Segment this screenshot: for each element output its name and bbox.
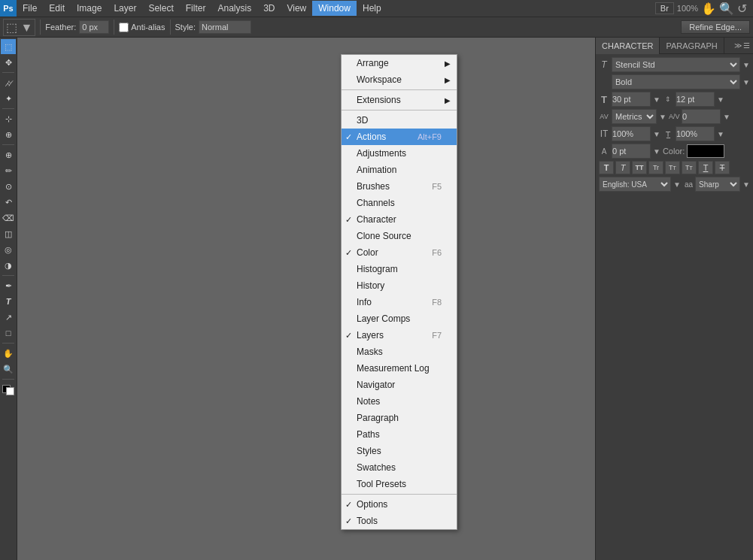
dd-styles[interactable]: Styles xyxy=(342,443,457,459)
dd-color[interactable]: Color F6 xyxy=(342,244,457,261)
style-btn-all-caps[interactable]: TT xyxy=(632,161,647,174)
rotate-tool[interactable]: ↺ xyxy=(737,2,747,16)
scale-v-input[interactable] xyxy=(612,126,651,141)
menu-image[interactable]: Image xyxy=(71,1,108,16)
style-input[interactable] xyxy=(199,20,251,34)
tracking-input[interactable] xyxy=(682,109,721,124)
font-family-select[interactable]: Stencil Std xyxy=(612,57,740,72)
zoom-tool[interactable]: 🔍 xyxy=(719,2,734,16)
tool-crop[interactable]: ⊹ xyxy=(1,111,16,126)
scale-v-icon: IT xyxy=(599,129,609,139)
tool-marquee[interactable]: ⬚ xyxy=(1,39,16,54)
baseline-input[interactable] xyxy=(612,144,651,159)
font-family-row: T Stencil Std ▼ xyxy=(599,57,750,72)
dd-animation[interactable]: Animation xyxy=(342,162,457,178)
style-buttons-row: T T TT Tr TT TT T T xyxy=(599,161,750,174)
tool-pen[interactable]: ✒ xyxy=(1,278,16,293)
feather-input[interactable] xyxy=(79,20,109,34)
tool-clone[interactable]: ⊙ xyxy=(1,179,16,194)
dd-layer-comps[interactable]: Layer Comps xyxy=(342,310,457,327)
background-color[interactable] xyxy=(6,387,14,395)
menu-help[interactable]: Help xyxy=(357,1,387,16)
dd-options[interactable]: Options xyxy=(342,496,457,513)
marquee-options[interactable]: ⬚ ▼ xyxy=(3,19,35,36)
font-size-input[interactable] xyxy=(612,92,651,107)
dd-adjustments[interactable]: Adjustments xyxy=(342,145,457,162)
menu-3d[interactable]: 3D xyxy=(257,1,281,16)
dd-tool-presets[interactable]: Tool Presets xyxy=(342,476,457,492)
dd-brushes[interactable]: Brushes F5 xyxy=(342,178,457,195)
font-style-select[interactable]: Bold xyxy=(612,74,740,89)
dd-masks[interactable]: Masks xyxy=(342,344,457,360)
style-btn-underline[interactable]: T xyxy=(698,161,713,174)
style-btn-subscript[interactable]: TT xyxy=(682,161,697,174)
tool-dodge[interactable]: ◑ xyxy=(1,258,16,273)
window-menu-dropdown[interactable]: Arrange ▶ Workspace ▶ Extensions ▶ 3D Ac xyxy=(341,54,457,530)
separator xyxy=(40,20,41,35)
tool-shape[interactable]: □ xyxy=(1,325,16,341)
bridge-button[interactable]: Br xyxy=(655,2,674,14)
dd-extensions[interactable]: Extensions ▶ xyxy=(342,92,457,108)
dd-paragraph[interactable]: Paragraph xyxy=(342,410,457,426)
antialias-method-select[interactable]: Sharp xyxy=(695,177,740,192)
dd-arrange[interactable]: Arrange ▶ xyxy=(342,55,457,71)
dd-paths[interactable]: Paths xyxy=(342,426,457,443)
color-boxes[interactable] xyxy=(2,385,14,395)
dd-measurement-log[interactable]: Measurement Log xyxy=(342,360,457,377)
dd-tools[interactable]: Tools xyxy=(342,513,457,529)
style-btn-faux-italic[interactable]: T xyxy=(615,161,630,174)
dd-swatches[interactable]: Swatches xyxy=(342,459,457,476)
dd-clone-source[interactable]: Clone Source xyxy=(342,228,457,244)
tool-magic-wand[interactable]: ✦ xyxy=(1,91,16,106)
tool-move[interactable]: ✥ xyxy=(1,55,16,70)
scale-h-input[interactable] xyxy=(676,126,715,141)
menu-edit[interactable]: Edit xyxy=(43,1,71,16)
dd-actions[interactable]: Actions Alt+F9 xyxy=(342,129,457,145)
tool-eyedropper[interactable]: ⊕ xyxy=(1,127,16,142)
dd-history[interactable]: History xyxy=(342,277,457,294)
menu-analysis[interactable]: Analysis xyxy=(211,1,257,16)
tool-text[interactable]: T xyxy=(1,294,16,309)
menu-select[interactable]: Select xyxy=(142,1,179,16)
tool-zoom[interactable]: 🔍 xyxy=(1,362,16,377)
tool-gradient[interactable]: ◫ xyxy=(1,226,16,241)
hand-tool[interactable]: ✋ xyxy=(701,2,716,16)
tool-blur[interactable]: ◎ xyxy=(1,242,16,257)
dd-3d[interactable]: 3D xyxy=(342,112,457,129)
leading-input[interactable] xyxy=(676,92,715,107)
dd-3d-label: 3D xyxy=(357,115,368,126)
dd-layers[interactable]: Layers F7 xyxy=(342,327,457,344)
style-btn-superscript[interactable]: TT xyxy=(665,161,680,174)
refine-edge-button[interactable]: Refine Edge... xyxy=(681,20,750,34)
tool-eraser[interactable]: ⌫ xyxy=(1,210,16,226)
antialias-checkbox[interactable] xyxy=(119,23,129,32)
tab-character[interactable]: CHARACTER xyxy=(596,38,660,54)
kerning-select[interactable]: Metrics xyxy=(612,109,657,124)
style-btn-faux-bold[interactable]: T xyxy=(599,161,614,174)
dd-channels[interactable]: Channels xyxy=(342,195,457,211)
tool-history-brush[interactable]: ↶ xyxy=(1,195,16,210)
dd-workspace[interactable]: Workspace ▶ xyxy=(342,71,457,88)
style-btn-strikethrough[interactable]: T xyxy=(715,161,730,174)
dd-navigator[interactable]: Navigator xyxy=(342,377,457,393)
language-select[interactable]: English: USA xyxy=(599,177,671,192)
tool-path-selection[interactable]: ↗ xyxy=(1,310,16,325)
tool-hand[interactable]: ✋ xyxy=(1,346,16,361)
dd-notes[interactable]: Notes xyxy=(342,393,457,410)
menu-view[interactable]: View xyxy=(281,1,312,16)
menu-file[interactable]: File xyxy=(17,1,43,16)
tool-heal[interactable]: ⊕ xyxy=(1,147,16,162)
antialias-checkbox-label[interactable]: Anti-alias xyxy=(119,23,165,32)
menu-filter[interactable]: Filter xyxy=(180,1,212,16)
menu-layer[interactable]: Layer xyxy=(108,1,142,16)
style-btn-small-caps[interactable]: Tr xyxy=(648,161,663,174)
dd-histogram[interactable]: Histogram xyxy=(342,261,457,277)
color-swatch[interactable] xyxy=(687,144,724,158)
dd-character[interactable]: Character xyxy=(342,211,457,228)
tool-brush[interactable]: ✏ xyxy=(1,163,16,178)
dd-info[interactable]: Info F8 xyxy=(342,294,457,310)
menu-window[interactable]: Window xyxy=(312,1,357,16)
tab-paragraph[interactable]: PARAGRAPH xyxy=(660,38,724,54)
tool-lasso[interactable]: ⌭ xyxy=(1,75,16,90)
panel-more-btn[interactable]: ≫ ☰ xyxy=(731,39,753,52)
